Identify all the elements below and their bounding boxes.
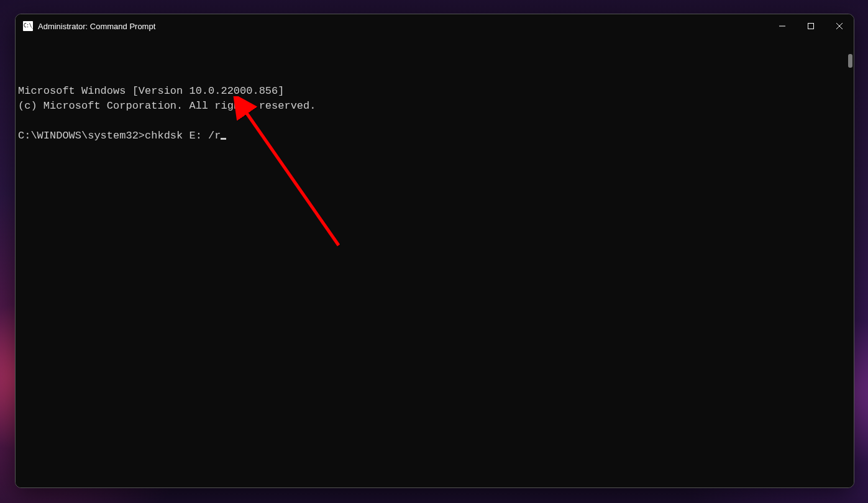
window-title: Administrator: Command Prompt — [38, 22, 155, 31]
command-prompt-window: Administrator: Command Prompt Microsoft … — [15, 14, 854, 488]
terminal-command-input[interactable]: chkdsk E: /r — [145, 130, 221, 142]
terminal-line: (c) Microsoft Corporation. All rights re… — [18, 100, 316, 112]
minimize-button[interactable] — [768, 14, 797, 38]
maximize-button[interactable] — [797, 14, 825, 38]
close-button[interactable] — [825, 14, 854, 38]
text-cursor — [221, 138, 226, 140]
terminal-output-area[interactable]: Microsoft Windows [Version 10.0.22000.85… — [16, 38, 854, 487]
svg-rect-0 — [808, 24, 814, 29]
window-controls — [768, 14, 854, 38]
scrollbar-thumb[interactable] — [848, 54, 852, 68]
titlebar[interactable]: Administrator: Command Prompt — [16, 14, 854, 38]
scrollbar-track[interactable] — [846, 40, 852, 485]
terminal-prompt: C:\WINDOWS\system32> — [18, 130, 145, 142]
cmd-icon — [23, 21, 33, 31]
terminal-line: Microsoft Windows [Version 10.0.22000.85… — [18, 85, 284, 97]
